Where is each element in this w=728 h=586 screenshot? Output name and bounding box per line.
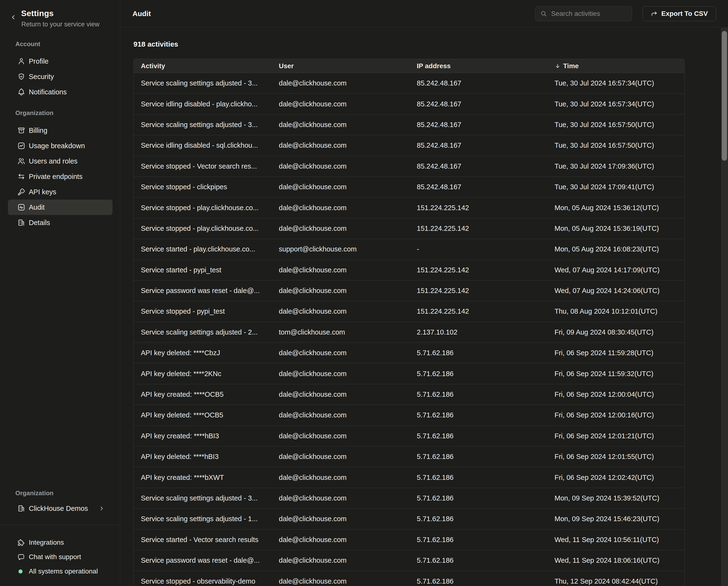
chat-bubble-icon: [17, 553, 27, 561]
table-row: Service scaling settings adjusted - 3...…: [134, 488, 684, 508]
table-row: Service stopped - clickpipes dale@clickh…: [134, 176, 684, 197]
cell-user: dale@clickhouse.com: [271, 494, 410, 502]
cell-time: Tue, 30 Jul 2024 16:57:50(UTC): [547, 121, 684, 129]
table-row: Service password was reset - dale@... da…: [134, 280, 684, 301]
cell-ip-address: 85.242.48.167: [410, 183, 547, 191]
table-row: API key deleted: ****OCB5 dale@clickhous…: [134, 405, 684, 425]
cell-ip-address: 2.137.10.102: [410, 328, 547, 336]
arrows-left-right-icon: [17, 172, 27, 180]
cell-user: dale@clickhouse.com: [271, 204, 410, 212]
cell-activity: Service stopped - observability-demo: [134, 577, 271, 585]
cell-ip-address: 5.71.62.186: [410, 432, 547, 440]
cell-user: dale@clickhouse.com: [271, 432, 410, 440]
cell-ip-address: 85.242.48.167: [410, 121, 547, 129]
search-input[interactable]: [551, 9, 627, 18]
sidebar-item-usage-breakdown[interactable]: Usage breakdown: [8, 138, 112, 153]
cell-user: dale@clickhouse.com: [271, 308, 410, 315]
puzzle-icon: [17, 539, 27, 546]
cell-activity: Service started - pypi_test: [134, 266, 271, 274]
sidebar-item-label: Audit: [29, 203, 45, 211]
cell-time: Thu, 12 Sep 2024 08:42:44(UTC): [547, 577, 684, 585]
cell-time: Fri, 06 Sep 2024 12:00:16(UTC): [547, 411, 684, 419]
system-status[interactable]: All systems operational: [8, 564, 112, 579]
sidebar-item-api-keys[interactable]: API keys: [8, 184, 112, 200]
sidebar-item-security[interactable]: Security: [8, 69, 112, 84]
table-body: Service scaling settings adjusted - 3...…: [134, 73, 684, 586]
back-button[interactable]: [9, 13, 18, 22]
sidebar-item-billing[interactable]: Billing: [8, 123, 112, 138]
org-switcher-clickhouse-demos[interactable]: ClickHouse Demos: [8, 501, 112, 516]
column-header-time[interactable]: Time: [547, 62, 684, 70]
cell-user: dale@clickhouse.com: [271, 349, 410, 357]
topbar: Audit Export To CSV: [120, 0, 728, 27]
cell-user: dale@clickhouse.com: [271, 557, 410, 564]
sidebar-item-notifications[interactable]: Notifications: [8, 84, 112, 100]
cell-ip-address: 5.71.62.186: [410, 557, 547, 564]
cell-user: dale@clickhouse.com: [271, 100, 410, 108]
cell-user: dale@clickhouse.com: [271, 577, 410, 585]
cell-time: Tue, 30 Jul 2024 17:09:41(UTC): [547, 183, 684, 191]
cell-activity: Service stopped - play.clickhouse.co...: [134, 224, 271, 233]
key-icon: [17, 188, 27, 196]
building-icon: [17, 219, 27, 227]
cell-ip-address: 5.71.62.186: [410, 391, 547, 398]
search-activities-box[interactable]: [535, 6, 632, 21]
cell-user: dale@clickhouse.com: [271, 121, 410, 129]
cell-time: Fri, 09 Aug 2024 08:30:45(UTC): [547, 328, 684, 336]
cell-user: support@clickhouse.com: [271, 245, 410, 253]
table-row: Service idling disabled - play.clickho..…: [134, 93, 684, 114]
cell-user: dale@clickhouse.com: [271, 473, 410, 482]
sidebar-item-label: API keys: [29, 188, 56, 196]
status-label: All systems operational: [29, 567, 98, 575]
cell-activity: API key created: ****OCB5: [134, 391, 271, 398]
table-row: API key deleted: ****2KNc dale@clickhous…: [134, 363, 684, 384]
table-row: API key created: ****OCB5 dale@clickhous…: [134, 384, 684, 405]
sidebar-item-profile[interactable]: Profile: [8, 53, 112, 69]
cell-time: Fri, 06 Sep 2024 11:59:32(UTC): [547, 370, 684, 378]
cell-time: Mon, 05 Aug 2024 15:36:12(UTC): [547, 204, 684, 212]
sidebar-item-users-and-roles[interactable]: Users and roles: [8, 153, 112, 169]
cell-ip-address: 5.71.62.186: [410, 453, 547, 461]
cell-ip-address: 5.71.62.186: [410, 411, 547, 419]
cell-user: dale@clickhouse.com: [271, 515, 410, 523]
sidebar-item-details[interactable]: Details: [8, 215, 112, 230]
vertical-scrollbar-thumb[interactable]: [722, 31, 727, 161]
cell-activity: Service stopped - Vector search res...: [134, 162, 271, 170]
cell-ip-address: 5.71.62.186: [410, 349, 547, 357]
sidebar-item-chat-with-support[interactable]: Chat with support: [8, 550, 112, 564]
cell-ip-address: 151.224.225.142: [410, 287, 547, 295]
cell-ip-address: 5.71.62.186: [410, 577, 547, 585]
cell-activity: Service scaling settings adjusted - 3...: [134, 121, 271, 129]
table-row: Service stopped - observability-demo dal…: [134, 571, 684, 586]
sidebar-item-label: Integrations: [29, 539, 64, 546]
cell-time: Mon, 09 Sep 2024 15:39:52(UTC): [547, 494, 684, 502]
cell-activity: Service idling disabled - play.clickho..…: [134, 100, 271, 108]
cell-ip-address: 85.242.48.167: [410, 100, 547, 108]
cell-activity: Service scaling settings adjusted - 1...: [134, 515, 271, 523]
table-row: Service idling disabled - sql.clickhou..…: [134, 135, 684, 156]
cell-ip-address: 151.224.225.142: [410, 308, 547, 315]
cell-time: Tue, 30 Jul 2024 16:57:34(UTC): [547, 79, 684, 87]
sidebar-item-integrations[interactable]: Integrations: [8, 535, 112, 550]
cell-time: Wed, 11 Sep 2024 18:06:16(UTC): [547, 557, 684, 564]
vertical-scrollbar-track[interactable]: [720, 28, 728, 586]
cell-ip-address: 5.71.62.186: [410, 473, 547, 482]
status-dot-icon: [17, 569, 27, 573]
export-to-csv-button[interactable]: Export To CSV: [643, 6, 716, 21]
sidebar-item-label: Billing: [29, 127, 47, 135]
building-icon: [17, 504, 27, 513]
table-row: Service stopped - play.clickhouse.co... …: [134, 197, 684, 218]
sidebar-item-private-endpoints[interactable]: Private endpoints: [8, 169, 112, 184]
cell-activity: API key deleted: ****hBI3: [134, 453, 271, 461]
sidebar-item-audit[interactable]: Audit: [8, 200, 112, 215]
cell-user: dale@clickhouse.com: [271, 391, 410, 398]
cell-time: Mon, 09 Sep 2024 15:46:23(UTC): [547, 515, 684, 523]
cell-user: dale@clickhouse.com: [271, 411, 410, 419]
cell-activity: Service started - Vector search results: [134, 536, 271, 544]
bell-icon: [17, 88, 27, 96]
cell-ip-address: 5.71.62.186: [410, 515, 547, 523]
column-header-user: User: [271, 62, 410, 70]
cell-ip-address: 5.71.62.186: [410, 494, 547, 502]
chevron-left-icon: [10, 14, 17, 20]
sidebar-item-label: Profile: [29, 57, 49, 65]
